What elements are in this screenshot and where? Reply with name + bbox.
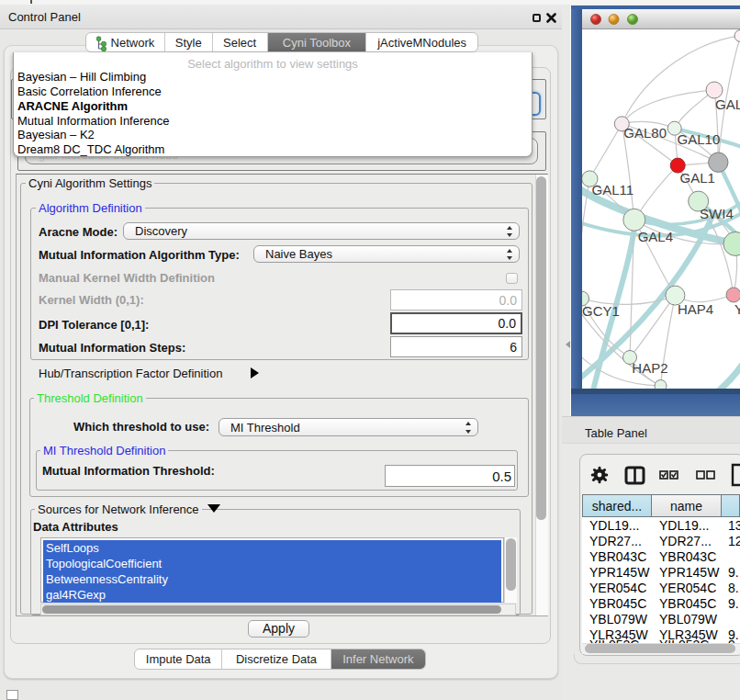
svg-text:SWI4: SWI4 <box>700 206 734 221</box>
svg-text:Y: Y <box>734 301 740 317</box>
svg-text:GAL80: GAL80 <box>623 125 667 141</box>
svg-text:GAL10: GAL10 <box>678 131 721 147</box>
svg-text:GAL: GAL <box>715 96 740 112</box>
svg-text:GAL4: GAL4 <box>638 229 673 244</box>
svg-text:GCY1: GCY1 <box>582 303 620 319</box>
svg-text:HAP4: HAP4 <box>678 301 713 317</box>
svg-text:GAL1: GAL1 <box>680 170 715 186</box>
svg-text:GAL11: GAL11 <box>592 182 634 198</box>
svg-text:HAP2: HAP2 <box>632 360 667 376</box>
